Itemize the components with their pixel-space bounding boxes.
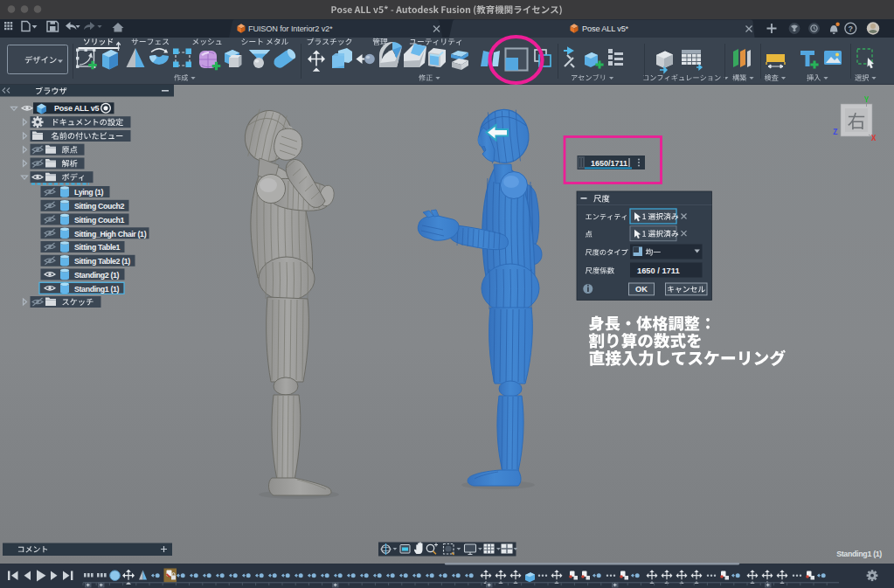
svg-text:Standing2 (1): Standing2 (1) — [74, 271, 120, 280]
svg-text:Pose ALL v5*: Pose ALL v5* — [582, 24, 629, 33]
svg-text:Sitting Couch1: Sitting Couch1 — [74, 216, 125, 225]
svg-text:Pose ALL v5: Pose ALL v5 — [54, 104, 100, 113]
svg-text:Sitting Couch2: Sitting Couch2 — [74, 202, 125, 211]
svg-text:Sitting Table1: Sitting Table1 — [74, 243, 121, 252]
svg-text:?: ? — [849, 24, 854, 33]
svg-text:Standing1 (1): Standing1 (1) — [74, 285, 120, 294]
svg-text:Sitting_High Chair (1): Sitting_High Chair (1) — [74, 230, 147, 239]
svg-text:FUISON for Interior2 v2*: FUISON for Interior2 v2* — [248, 24, 333, 33]
svg-text:Sitting Table2 (1): Sitting Table2 (1) — [74, 257, 130, 266]
svg-text:1650/1711: 1650/1711 — [591, 159, 627, 168]
svg-text:Standing1 (1): Standing1 (1) — [836, 550, 882, 558]
svg-text:OK: OK — [635, 285, 648, 294]
svg-text:Lying (1): Lying (1) — [74, 188, 104, 197]
svg-text:1650 / 1711: 1650 / 1711 — [637, 266, 680, 275]
